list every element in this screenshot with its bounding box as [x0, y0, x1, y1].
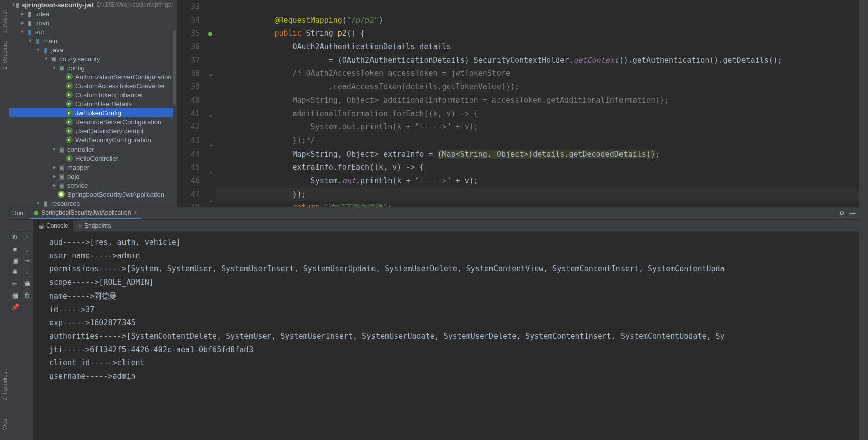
fold-icon[interactable]: ⊟ — [209, 197, 212, 203]
code-line[interactable]: Map<String, Object> extraInfo = (Map<Str… — [216, 148, 859, 161]
code-line[interactable]: = (OAuth2AuthenticationDetails) Security… — [216, 54, 859, 67]
code-line[interactable]: public String p2() { — [216, 27, 859, 40]
tree-arrow-icon[interactable]: ▼ — [43, 56, 49, 61]
tree-item[interactable]: ▶▮.mvn — [9, 18, 177, 27]
close-icon[interactable]: × — [133, 209, 137, 216]
tree-item[interactable]: ▼▮src — [9, 27, 177, 36]
tree-item[interactable]: ▶▣pojo — [9, 172, 177, 181]
code-line[interactable]: System.out.println(k + "----->" + v); — [216, 174, 859, 188]
tree-item[interactable]: cHelloController — [9, 154, 177, 163]
tree-arrow-icon[interactable]: ▼ — [51, 65, 57, 70]
tree-item[interactable]: cCustomAccessTokenConverter — [9, 81, 177, 90]
tree-item[interactable]: ▼▮resources — [9, 199, 177, 207]
tree-item[interactable]: cUserDetailsServiceImpl — [9, 126, 177, 135]
fold-icon[interactable]: ⊟ — [209, 114, 212, 119]
camera-icon[interactable]: ▣ — [12, 257, 18, 264]
console-tab[interactable]: ▤ Console — [33, 220, 73, 231]
tree-item[interactable]: ▼▣controller — [9, 144, 177, 154]
tab-structure[interactable]: 2: Structure — [2, 41, 8, 70]
console-line: name----->阿德曼 — [49, 289, 843, 303]
gear-icon[interactable]: ⚙ — [839, 210, 845, 217]
tree-item[interactable]: cAuthorizationServerConfiguration — [9, 72, 177, 81]
tree-item[interactable]: ▼▣cn.zfy.security — [9, 54, 177, 63]
run-tools-secondary: ↑ ↓ ⇥ ⤓ 🖶 🗑 — [21, 232, 33, 440]
tree-item[interactable]: ▶▣mapper — [9, 163, 177, 172]
package-icon: ▣ — [58, 64, 64, 72]
tree-item[interactable]: cCustomTokenEnhancer — [9, 90, 177, 99]
class-icon: c — [66, 136, 73, 143]
wrap-icon[interactable]: ⇥ — [24, 257, 30, 264]
tree-item[interactable]: ⬣SpringbootSecurityJwtApplication — [9, 190, 177, 199]
console-output[interactable]: aud----->[res, auth, vehicle]user_name--… — [33, 232, 859, 440]
tree-arrow-icon[interactable]: ▼ — [19, 29, 25, 34]
tree-root[interactable]: ▼ ▮ springboot-security-jwt D:\IDEAWorks… — [9, 0, 177, 9]
tree-item[interactable]: ▶▣service — [9, 181, 177, 190]
pin-icon[interactable]: 📌 — [11, 303, 19, 311]
tree-item[interactable]: cJwtTokenConfig — [9, 108, 177, 117]
code-line[interactable]: System.out.println(k + "----->" + v); — [216, 120, 859, 134]
chevron-down-icon[interactable]: ▼ — [11, 2, 16, 7]
scrollbar-thumb[interactable] — [173, 30, 176, 105]
fold-icon[interactable]: ⊟ — [209, 169, 212, 175]
up-icon[interactable]: ↑ — [25, 234, 29, 241]
minimize-icon[interactable]: — — [850, 210, 856, 217]
tree-item-label: SpringbootSecurityJwtApplication — [67, 191, 164, 198]
tree-arrow-icon[interactable]: ▼ — [35, 47, 41, 52]
code-line[interactable]: /* OAuth2AccessToken accessToken = jwtTo… — [216, 67, 859, 80]
fold-icon[interactable]: ⊟ — [209, 73, 212, 78]
trash-icon[interactable]: 🗑 — [24, 291, 30, 299]
tree-arrow-icon[interactable]: ▶ — [51, 174, 57, 179]
code-line[interactable]: return "访p2下面的资源": — [216, 201, 859, 207]
code-line[interactable]: });*/ — [216, 134, 859, 148]
run-config-tab[interactable]: ⬣ SpringbootSecurityJwtApplication × — [30, 207, 141, 219]
endpoints-tab[interactable]: ⟑ Endpoints — [73, 220, 116, 231]
debug-icon[interactable]: ✱ — [12, 268, 18, 276]
tab-web[interactable]: Web — [2, 419, 8, 430]
code-line[interactable]: OAuth2AuthenticationDetails details — [216, 40, 859, 54]
tree-item[interactable]: ▶▮.idea — [9, 9, 177, 18]
run-header: Run: ⬣ SpringbootSecurityJwtApplication … — [9, 207, 859, 219]
tree-arrow-icon[interactable]: ▼ — [35, 201, 41, 206]
code-line[interactable]: extraInfo.forEach((k, v) -> { — [216, 161, 859, 174]
code-line[interactable]: Map<String, Object> additionalInformatio… — [216, 94, 859, 107]
run-label: Run: — [12, 210, 25, 217]
layout-icon[interactable]: ▦ — [12, 291, 18, 299]
code-editor[interactable]: 33343536373839404142434445464748 ⬣ ⊟ ⊟ ⊟… — [177, 0, 859, 207]
tree-item[interactable]: ▼▮java — [9, 45, 177, 54]
exit-icon[interactable]: ⇤ — [12, 280, 18, 287]
code-line[interactable]: additionalInformation.forEach((k, v) -> … — [216, 107, 859, 121]
tree-item[interactable]: cResourceServerConfiguration — [9, 117, 177, 126]
tree-item[interactable]: cWebSecurityConfiguration — [9, 135, 177, 144]
class-icon: c — [66, 127, 73, 134]
tree-arrow-icon[interactable]: ▶ — [51, 165, 57, 170]
tree-scrollbar[interactable] — [173, 0, 177, 207]
scroll-icon[interactable]: ⤓ — [24, 268, 30, 276]
tree-arrow-icon[interactable]: ▶ — [51, 183, 57, 188]
tab-favorites[interactable]: 2: Favorites — [2, 372, 8, 400]
code-line[interactable]: }); — [216, 188, 859, 201]
tree-arrow-icon[interactable]: ▼ — [51, 146, 57, 152]
main-area: ▼ ▮ springboot-security-jwt D:\IDEAWorks… — [9, 0, 859, 440]
tree-arrow-icon[interactable]: ▶ — [19, 11, 25, 16]
spring-gutter-icon[interactable]: ⬣ — [208, 31, 213, 37]
top-split: ▼ ▮ springboot-security-jwt D:\IDEAWorks… — [9, 0, 859, 207]
tree-arrow-icon[interactable]: ▼ — [27, 38, 33, 43]
tree-item-label: cn.zfy.security — [59, 55, 100, 63]
tab-project[interactable]: 1: Project — [2, 10, 8, 33]
tree-item[interactable]: ▼▣config — [9, 63, 177, 72]
print-icon[interactable]: 🖶 — [24, 280, 30, 287]
package-icon: ▣ — [50, 55, 56, 63]
down-icon[interactable]: ↓ — [25, 245, 29, 253]
stop-icon[interactable]: ■ — [13, 245, 17, 253]
code-lines[interactable]: @RequestMapping("/p/p2") public String p… — [216, 0, 859, 207]
tree-item[interactable]: ▼▮main — [9, 36, 177, 45]
tree-arrow-icon[interactable]: ▶ — [19, 20, 25, 25]
code-line[interactable]: .readAccessToken(details.getTokenValue()… — [216, 80, 859, 94]
code-line[interactable]: @RequestMapping("/p/p2") — [216, 14, 859, 27]
project-tree[interactable]: ▼ ▮ springboot-security-jwt D:\IDEAWorks… — [9, 0, 177, 207]
class-icon: c — [66, 100, 73, 107]
fold-icon[interactable]: ⊟ — [209, 141, 212, 147]
rerun-icon[interactable]: ↻ — [12, 234, 18, 241]
tree-item[interactable]: cCustomUserDetails — [9, 99, 177, 108]
code-line[interactable] — [216, 0, 859, 14]
